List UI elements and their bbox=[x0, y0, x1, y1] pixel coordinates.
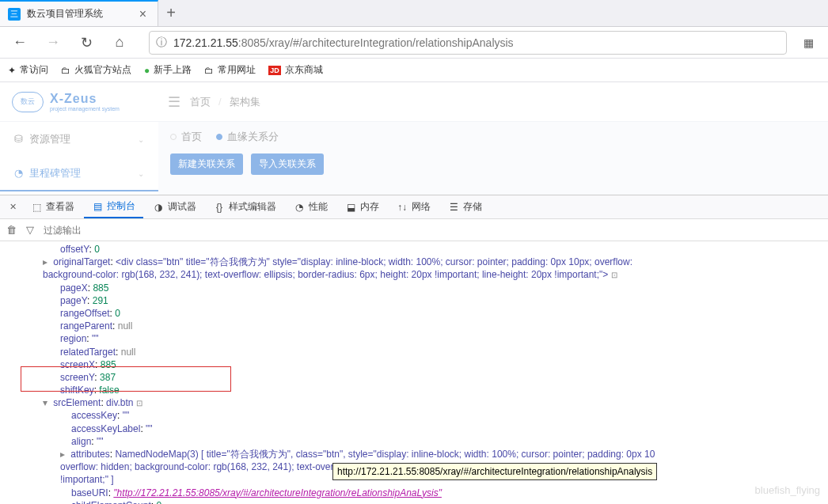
trash-icon[interactable]: 🗑 bbox=[6, 224, 17, 236]
url-text: 172.21.21.55:8085/xray/#/architectureInt… bbox=[173, 36, 514, 49]
bookmark-bar: ✦常访问 🗀火狐官方站点 ●新手上路 🗀常用网址 JD京东商城 bbox=[0, 59, 828, 82]
debugger-icon: ◑ bbox=[153, 202, 164, 213]
url-tooltip: http://172.21.21.55:8085/xray/#/architec… bbox=[332, 463, 657, 480]
extension-icon[interactable]: ▦ bbox=[796, 31, 820, 55]
bookmark-firefox[interactable]: 🗀火狐官方站点 bbox=[61, 63, 131, 77]
devtools-tab-debugger[interactable]: ◑调试器 bbox=[145, 195, 204, 218]
devtools-tab-style[interactable]: {}样式编辑器 bbox=[206, 195, 284, 218]
devtools-panel: ✕ ⬚查看器 ▤控制台 ◑调试器 {}样式编辑器 ◔性能 ⬓内存 ↑↓网络 ☰存… bbox=[0, 195, 828, 504]
network-icon: ↑↓ bbox=[397, 202, 408, 213]
browser-nav-bar: ← → ↻ ⌂ ⓘ 172.21.21.55:8085/xray/#/archi… bbox=[0, 27, 828, 59]
bookmark-most-visited[interactable]: ✦常访问 bbox=[8, 63, 48, 77]
funnel-icon[interactable]: ▽ bbox=[26, 224, 34, 236]
devtools-tab-memory[interactable]: ⬓内存 bbox=[337, 195, 387, 218]
devtools-tab-performance[interactable]: ◔性能 bbox=[286, 195, 336, 218]
info-icon[interactable]: ⓘ bbox=[156, 36, 167, 50]
performance-icon: ◔ bbox=[294, 202, 305, 213]
console-filter-bar: 🗑 ▽ bbox=[0, 219, 828, 241]
star-icon: ✦ bbox=[8, 65, 16, 76]
page-content: 数云 X-Zeus project management system ☰ 首页… bbox=[0, 82, 828, 195]
style-icon: {} bbox=[214, 202, 225, 213]
globe-icon: ● bbox=[144, 65, 150, 76]
close-icon[interactable]: × bbox=[136, 7, 150, 21]
inspector-icon: ⬚ bbox=[31, 202, 42, 213]
back-button[interactable]: ← bbox=[8, 31, 32, 55]
browser-tab[interactable]: 三 数云项目管理系统 × bbox=[0, 0, 158, 26]
watermark: bluefish_flying bbox=[755, 483, 820, 498]
memory-icon: ⬓ bbox=[345, 202, 356, 213]
tab-favicon: 三 bbox=[8, 8, 21, 21]
devtools-close-icon[interactable]: ✕ bbox=[5, 202, 21, 212]
home-button[interactable]: ⌂ bbox=[108, 31, 131, 55]
forward-button[interactable]: → bbox=[41, 31, 65, 55]
browser-tab-bar: 三 数云项目管理系统 × + bbox=[0, 0, 828, 27]
new-tab-button[interactable]: + bbox=[158, 1, 184, 26]
devtools-tab-inspector[interactable]: ⬚查看器 bbox=[23, 195, 82, 218]
devtools-tab-bar: ✕ ⬚查看器 ▤控制台 ◑调试器 {}样式编辑器 ◔性能 ⬓内存 ↑↓网络 ☰存… bbox=[0, 195, 828, 219]
folder-icon: 🗀 bbox=[61, 65, 70, 76]
console-icon: ▤ bbox=[92, 201, 103, 212]
tab-title: 数云项目管理系统 bbox=[27, 7, 136, 21]
reload-button[interactable]: ↻ bbox=[74, 31, 98, 55]
filter-input[interactable] bbox=[44, 225, 822, 236]
jd-icon: JD bbox=[268, 66, 281, 75]
folder-icon: 🗀 bbox=[204, 65, 214, 76]
bookmark-jd[interactable]: JD京东商城 bbox=[268, 63, 323, 77]
bookmark-common[interactable]: 🗀常用网址 bbox=[204, 63, 256, 77]
devtools-tab-storage[interactable]: ☰存储 bbox=[440, 195, 490, 218]
url-bar[interactable]: ⓘ 172.21.21.55:8085/xray/#/architectureI… bbox=[149, 31, 787, 55]
storage-icon: ☰ bbox=[448, 202, 459, 213]
bookmark-getting-started[interactable]: ●新手上路 bbox=[144, 63, 192, 77]
devtools-tab-console[interactable]: ▤控制台 bbox=[84, 195, 143, 218]
console-output[interactable]: offsetY: 0 ▸ originalTarget: <div class=… bbox=[0, 241, 828, 504]
devtools-tab-network[interactable]: ↑↓网络 bbox=[389, 195, 439, 218]
